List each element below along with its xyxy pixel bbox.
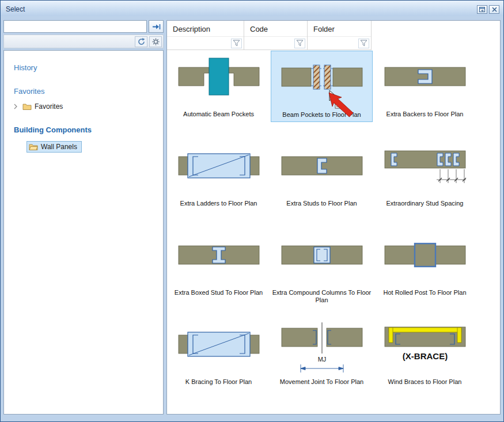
hot-rolled-post-icon [382, 231, 468, 288]
extra-ladders-icon [176, 142, 262, 199]
refresh-button[interactable] [135, 36, 147, 47]
filter-funnel-icon [296, 40, 304, 47]
xbrace-label: (X-BRACE) [402, 351, 447, 361]
select-dialog: Select [0, 0, 504, 422]
component-label: Wind Braces to Floor Plan [388, 378, 462, 386]
column-header-description[interactable]: Description [167, 21, 244, 50]
automatic-beam-pockets-icon [176, 52, 262, 110]
column-headers: Description Code [167, 21, 500, 50]
extra-studs-icon [279, 142, 365, 199]
tree-node-wall-panels[interactable]: Wall Panels [26, 141, 82, 153]
folder-icon [22, 103, 32, 111]
close-icon [492, 7, 497, 12]
tree-node-label: Wall Panels [41, 143, 77, 151]
component-item-selected[interactable]: Beam Pockets to Floor Plan [270, 51, 373, 140]
chevron-expand-icon[interactable] [14, 104, 20, 109]
code-filter-button[interactable] [294, 39, 305, 48]
component-label: Extra Backers to Floor Plan [386, 111, 464, 118]
description-filter-button[interactable] [231, 39, 242, 48]
navigation-tree: History Favorites Favorites Building Com… [3, 50, 164, 415]
close-button[interactable] [489, 5, 499, 14]
component-label: Extra Studs to Floor Plan [286, 200, 357, 207]
dock-icon [479, 7, 485, 12]
component-label: Hot Rolled Post To Floor Plan [383, 289, 466, 296]
component-item[interactable]: Extra Ladders to Floor Plan [167, 140, 270, 229]
folder-filter-button[interactable] [358, 39, 369, 48]
sidebar: History Favorites Favorites Building Com… [3, 20, 164, 415]
component-label: Automatic Beam Pockets [183, 111, 254, 118]
component-item[interactable]: Extraordinary Stud Spacing [373, 140, 476, 229]
component-item[interactable]: Extra Boxed Stud To Floor Plan [167, 229, 270, 318]
sidebar-toolbar [3, 35, 164, 48]
component-item[interactable]: (X-BRACE) Wind Braces to Floor Plan [373, 318, 476, 408]
arrow-right-icon [152, 24, 161, 30]
component-label: Extra Boxed Stud To Floor Plan [175, 289, 263, 296]
component-label: K Bracing To Floor Plan [185, 378, 252, 386]
component-item[interactable]: K Bracing To Floor Plan [167, 318, 270, 408]
movement-joint-icon: MJ [279, 320, 365, 378]
search-input[interactable] [3, 20, 147, 33]
component-item[interactable]: Hot Rolled Post To Floor Plan [373, 229, 476, 318]
window-title: Select [6, 5, 25, 13]
search-go-button[interactable] [149, 20, 164, 33]
component-item[interactable]: Extra Backers to Floor Plan [373, 51, 476, 140]
beam-pockets-floor-plan-icon [279, 53, 365, 111]
extra-compound-columns-icon [279, 231, 365, 288]
filter-funnel-icon [360, 40, 367, 47]
component-label: Movement Joint To Floor Plan [280, 378, 363, 386]
filter-funnel-icon [233, 40, 240, 47]
extra-boxed-stud-icon [176, 231, 262, 288]
component-item[interactable]: Extra Studs to Floor Plan [270, 140, 373, 229]
component-item[interactable]: MJ Movement Joint To Floor Plan [270, 318, 373, 408]
tree-node-label: Favorites [35, 102, 63, 111]
folder-open-icon [29, 143, 38, 151]
dock-button[interactable] [477, 5, 487, 14]
k-bracing-icon [176, 320, 262, 378]
component-grid: Automatic Beam Pockets [167, 51, 476, 408]
wind-braces-icon: (X-BRACE) [382, 320, 468, 378]
column-header-code[interactable]: Code [244, 21, 308, 50]
refresh-icon [138, 38, 145, 45]
mj-label: MJ [317, 356, 326, 363]
component-item[interactable]: Automatic Beam Pockets [167, 51, 270, 140]
history-link[interactable]: History [14, 63, 157, 72]
component-label: Extra Compound Columns To Floor Plan [272, 289, 372, 304]
settings-button[interactable] [149, 36, 162, 47]
component-label: Extraordinary Stud Spacing [386, 200, 464, 207]
component-panel: Description Code [166, 20, 501, 415]
component-label: Extra Ladders to Floor Plan [180, 200, 257, 207]
tree-node-favorites[interactable]: Favorites [14, 102, 157, 111]
component-label: Beam Pockets to Floor Plan [282, 111, 361, 119]
extra-backers-icon [382, 52, 468, 110]
column-header-folder[interactable]: Folder [308, 21, 372, 50]
gear-icon [152, 38, 160, 45]
extraordinary-stud-spacing-icon [382, 142, 468, 199]
component-item[interactable]: Extra Compound Columns To Floor Plan [270, 229, 373, 318]
favorites-link[interactable]: Favorites [14, 87, 157, 96]
building-components-heading[interactable]: Building Components [14, 126, 157, 134]
titlebar[interactable]: Select [1, 1, 503, 16]
